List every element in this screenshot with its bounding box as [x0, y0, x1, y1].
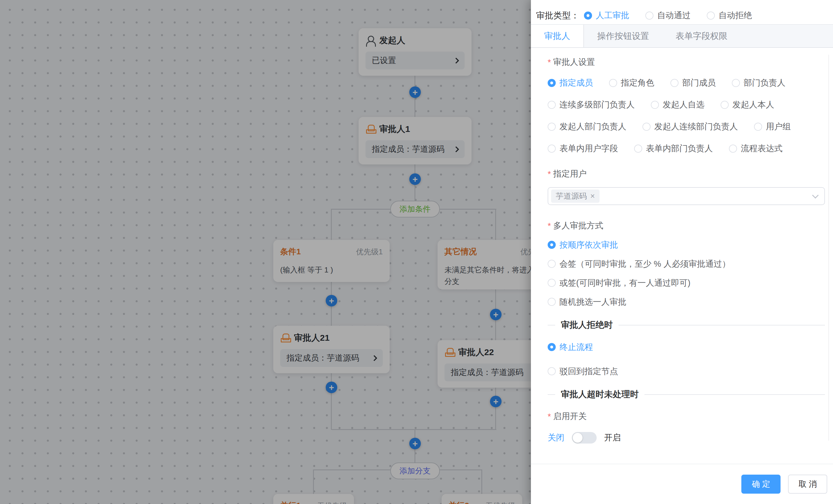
radio-dot-icon — [609, 79, 617, 87]
confirm-button[interactable]: 确 定 — [741, 475, 781, 494]
radio-option[interactable]: 发起人部门负责人 — [548, 121, 626, 132]
tab-action-buttons[interactable]: 操作按钮设置 — [584, 25, 662, 47]
approval-type-label: 审批类型： — [536, 10, 579, 22]
radio-dot-icon — [642, 123, 650, 131]
radio-label: 或签(可同时审批，有一人通过即可) — [560, 278, 690, 288]
radio-label: 表单内用户字段 — [560, 143, 618, 154]
radio-dot-icon — [645, 11, 653, 20]
radio-dot-icon — [548, 343, 556, 351]
drawer-content: * 审批人设置 指定成员指定角色部门成员部门负责人连续多级部门负责人发起人自选发… — [531, 48, 833, 448]
radio-label: 流程表达式 — [741, 143, 783, 154]
radio-option[interactable]: 发起人本人 — [720, 99, 774, 110]
radio-option[interactable]: 发起人连续部门负责人 — [642, 121, 738, 132]
radio-label: 终止流程 — [560, 342, 593, 352]
content-right-border — [828, 55, 829, 440]
radio-option[interactable]: 指定成员 — [548, 77, 593, 89]
radio-option[interactable]: 人工审批 — [584, 10, 629, 21]
radio-option[interactable]: 表单内用户字段 — [548, 143, 618, 154]
drawer-tabs: 审批人 操作按钮设置 表单字段权限 — [531, 24, 833, 48]
radio-dot-icon — [548, 279, 556, 287]
approval-type-radio-group: 人工审批自动通过自动拒绝 — [584, 10, 752, 21]
radio-dot-icon — [670, 79, 679, 87]
workflow-designer-app: 发起人 已设置 + 审批人1 指定成员：芋道源码 + 添加条件 条件1 — [0, 0, 833, 504]
switch-knob — [573, 433, 582, 443]
radio-label: 自动通过 — [657, 10, 691, 21]
radio-label: 发起人自选 — [663, 99, 705, 110]
radio-dot-icon — [729, 145, 737, 153]
radio-option[interactable]: 自动通过 — [645, 10, 691, 21]
approval-config-drawer: 审批类型： 人工审批自动通过自动拒绝 审批人 操作按钮设置 表单字段权限 * 审… — [531, 0, 833, 504]
radio-dot-icon — [548, 260, 556, 268]
selected-user-tag: 芋道源码 × — [551, 190, 599, 203]
multi-approve-label: * 多人审批方式 — [548, 220, 825, 231]
assign-user-label: * 指定用户 — [548, 168, 825, 180]
radio-option[interactable]: 部门成员 — [670, 77, 716, 89]
drawer-footer: 确 定 取 消 — [531, 464, 833, 504]
timeout-section-title: 审批人超时未处理时 — [555, 388, 644, 400]
approval-type-row: 审批类型： 人工审批自动通过自动拒绝 — [531, 0, 833, 24]
chevron-down-icon — [812, 192, 819, 199]
radio-label: 表单内部门负责人 — [646, 143, 713, 154]
remove-tag-icon[interactable]: × — [590, 192, 595, 201]
radio-option[interactable]: 发起人自选 — [651, 99, 705, 110]
required-asterisk: * — [548, 412, 551, 421]
radio-dot-icon — [634, 145, 642, 153]
radio-label: 用户组 — [766, 121, 791, 132]
radio-dot-icon — [651, 101, 659, 109]
radio-dot-icon — [548, 101, 556, 109]
radio-dot-icon — [548, 241, 556, 249]
required-asterisk: * — [548, 221, 551, 231]
radio-label: 连续多级部门负责人 — [560, 99, 635, 110]
radio-option[interactable]: 或签(可同时审批，有一人通过即可) — [548, 278, 690, 288]
radio-option[interactable]: 连续多级部门负责人 — [548, 99, 635, 110]
radio-label: 随机挑选一人审批 — [560, 297, 626, 307]
radio-label: 人工审批 — [596, 10, 629, 21]
radio-option[interactable]: 流程表达式 — [729, 143, 783, 154]
radio-dot-icon — [548, 79, 556, 87]
reject-section-divider: 审批人拒绝时 — [548, 319, 825, 331]
reject-radio-group: 终止流程驳回到指定节点 — [548, 342, 825, 376]
radio-label: 发起人连续部门负责人 — [654, 121, 738, 132]
user-select[interactable]: 芋道源码 × — [548, 187, 825, 205]
radio-dot-icon — [584, 11, 592, 20]
radio-option[interactable]: 随机挑选一人审批 — [548, 297, 626, 307]
radio-option[interactable]: 按顺序依次审批 — [548, 240, 618, 250]
required-asterisk: * — [548, 58, 551, 67]
radio-option[interactable]: 部门负责人 — [732, 77, 785, 89]
reject-section-title: 审批人拒绝时 — [555, 319, 619, 331]
required-asterisk: * — [548, 169, 551, 179]
radio-dot-icon — [732, 79, 740, 87]
radio-option[interactable]: 用户组 — [754, 121, 791, 132]
approver-setting-radio-group: 指定成员指定角色部门成员部门负责人连续多级部门负责人发起人自选发起人本人发起人部… — [548, 77, 825, 154]
radio-label: 指定角色 — [621, 77, 654, 89]
radio-label: 驳回到指定节点 — [560, 366, 618, 376]
radio-label: 会签（可同时审批，至少 % 人必须审批通过） — [560, 259, 730, 269]
radio-label: 发起人部门负责人 — [560, 121, 626, 132]
radio-label: 部门负责人 — [744, 77, 785, 89]
radio-label: 按顺序依次审批 — [560, 240, 618, 250]
radio-dot-icon — [548, 145, 556, 153]
tab-approver[interactable]: 审批人 — [531, 25, 584, 47]
radio-dot-icon — [707, 11, 715, 20]
switch-off-label: 关闭 — [548, 432, 564, 444]
selected-user-name: 芋道源码 — [556, 191, 587, 201]
radio-option[interactable]: 自动拒绝 — [707, 10, 752, 21]
radio-option[interactable]: 终止流程 — [548, 342, 593, 352]
radio-option[interactable]: 表单内部门负责人 — [634, 143, 713, 154]
tab-form-field-permission[interactable]: 表单字段权限 — [662, 25, 741, 47]
radio-dot-icon — [720, 101, 729, 109]
enable-switch[interactable] — [572, 432, 597, 444]
radio-option[interactable]: 指定角色 — [609, 77, 654, 89]
radio-label: 发起人本人 — [732, 99, 774, 110]
radio-dot-icon — [548, 123, 556, 131]
enable-switch-label: * 启用开关 — [548, 411, 825, 422]
radio-option[interactable]: 驳回到指定节点 — [548, 366, 618, 376]
radio-dot-icon — [548, 298, 556, 306]
timeout-switch-row: 关闭 开启 — [548, 432, 825, 444]
cancel-button[interactable]: 取 消 — [788, 475, 827, 494]
radio-label: 指定成员 — [560, 77, 593, 89]
radio-option[interactable]: 会签（可同时审批，至少 % 人必须审批通过） — [548, 259, 730, 269]
approver-setting-label: * 审批人设置 — [548, 56, 825, 68]
switch-on-label: 开启 — [604, 432, 621, 444]
radio-label: 部门成员 — [682, 77, 716, 89]
